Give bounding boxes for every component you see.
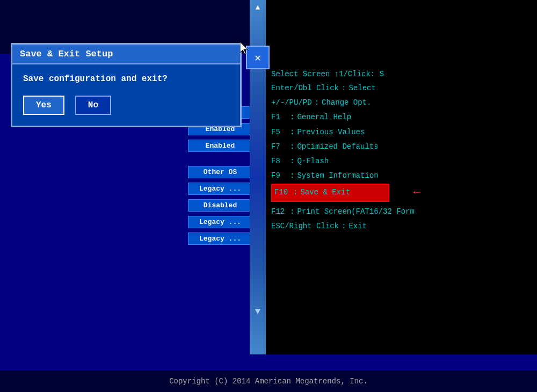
help-f1: F1 : General Help [271,111,529,124]
right-help-panel: Select Screen ↑1/Click: S Enter/Dbl Clic… [263,0,537,354]
dialog-body: Save configuration and exit? Yes No [12,64,240,126]
option-badge-enabled-3[interactable]: Enabled [188,140,252,152]
dialog-question: Save configuration and exit? [23,74,229,84]
option-row-legacy-3: Legacy ... [11,233,252,245]
option-badge-legacy-1[interactable]: Legacy ... [188,183,252,195]
help-enter: Enter/Dbl Click : Select [271,82,529,95]
f10-arrow-icon: ← [413,182,420,204]
close-panel-icon[interactable]: ✕ [246,46,270,69]
select-screen-line: Select Screen ↑1/Click: S [271,70,529,78]
option-badge-legacy-2[interactable]: Legacy ... [188,216,252,228]
dialog-buttons: Yes No [23,96,229,115]
option-badge-otheros[interactable]: Other OS [188,166,252,178]
help-change: +/-/PU/PD : Change Opt. [271,96,529,110]
option-badge-legacy-3[interactable]: Legacy ... [188,233,252,245]
copyright-text: Copyright (C) 2014 American Megatrends, … [169,377,368,386]
help-f9: F9 : System Information [271,169,529,183]
help-esc: ESC/Right Click : Exit [271,220,529,233]
copyright-footer: Copyright (C) 2014 American Megatrends, … [0,371,537,392]
save-exit-dialog: Save & Exit Setup Save configuration and… [11,43,242,127]
option-row-enabled-3: Enabled [11,140,252,152]
yes-button[interactable]: Yes [23,96,64,115]
help-f5: F5 : Previous Values [271,126,529,139]
dialog-title: Save & Exit Setup [12,45,240,64]
option-row-otheros: Other OS [11,166,252,178]
help-f10: F10 : Save & Exit ← [271,184,389,201]
option-row-legacy-2: Legacy ... [11,216,252,228]
x-icon: ✕ [255,51,261,64]
no-button[interactable]: No [75,96,111,115]
help-f7: F7 : Optimized Defaults [271,140,529,154]
option-row-legacy-1: Legacy ... [11,183,252,195]
option-row-disabled: Disabled [11,199,252,212]
scroll-down-arrow-icon: ▼ [255,306,261,317]
help-f8: F8 : Q-Flash [271,155,529,168]
option-badge-disabled[interactable]: Disabled [188,199,252,212]
help-text-block: Enter/Dbl Click : Select +/-/PU/PD : Cha… [271,82,529,233]
help-f12: F12 : Print Screen(FAT16/32 Form [271,205,529,219]
